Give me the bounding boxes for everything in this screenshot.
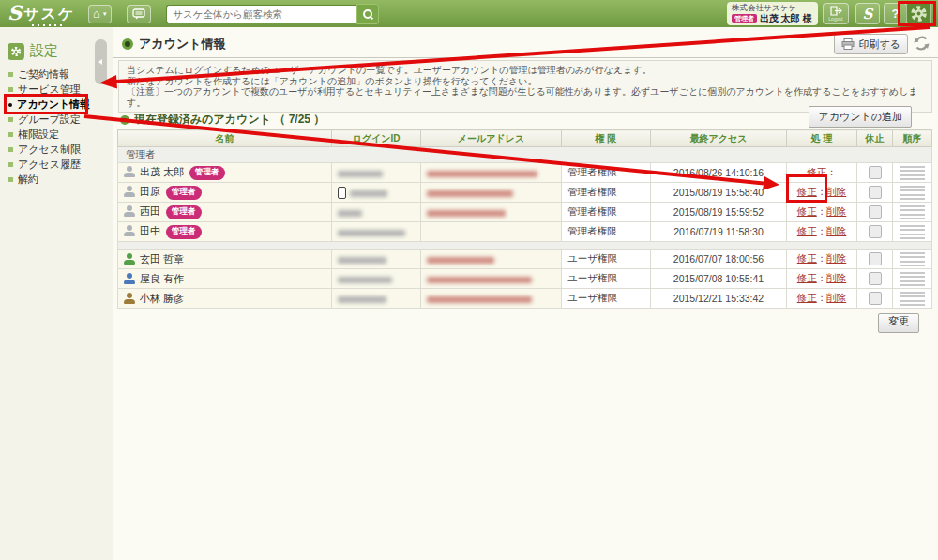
drag-handle-icon[interactable] [900, 252, 925, 266]
last-access: 2015/08/19 15:58:40 [651, 183, 787, 203]
sidebar-collapse-handle[interactable] [95, 39, 107, 84]
home-icon: ⌂ [93, 8, 100, 20]
person-icon [124, 293, 135, 304]
help-icon: ? [892, 7, 900, 21]
add-account-button[interactable]: アカウントの追加 [809, 106, 912, 128]
refresh-icon[interactable] [913, 35, 930, 52]
drag-handle-icon[interactable] [900, 166, 925, 180]
account-info-box: 株式会社サスケケ 管理者 出茂 太郎 様 [727, 2, 818, 25]
delete-link[interactable]: 削除 [826, 186, 846, 197]
mobile-phone-icon [338, 187, 346, 199]
search-input[interactable] [166, 5, 356, 23]
drag-handle-icon[interactable] [900, 272, 925, 286]
memo-button[interactable] [127, 5, 151, 23]
delete-link[interactable]: 削除 [826, 252, 846, 264]
col-suspend: 休止 [857, 130, 893, 147]
account-name: 小林 勝彦 [140, 293, 184, 304]
page-title: アカウント情報 [122, 36, 226, 53]
table-row: 田原管理者 管理者権限 2015/08/19 15:58:40 修正：削除 [118, 183, 932, 203]
delete-link[interactable]: 削除 [826, 225, 846, 236]
sidebar-item-permission[interactable]: 権限設定 [8, 129, 113, 140]
sidebar-item-group[interactable]: グループ設定 [8, 114, 113, 125]
drag-handle-icon[interactable] [900, 205, 925, 219]
sasuke-home-button[interactable]: S [855, 3, 880, 24]
last-access: 2015/08/19 15:59:52 [651, 203, 787, 222]
sasuke-icon: S [863, 6, 873, 23]
edit-link[interactable]: 修正 [797, 252, 817, 264]
edit-link[interactable]: 修正 [797, 272, 817, 283]
gear-icon [10, 46, 22, 57]
col-order: 順序 [893, 130, 932, 147]
logout-label: Logout [828, 16, 842, 22]
bullet-icon [8, 147, 13, 152]
edit-link[interactable]: 修正 [797, 225, 817, 236]
print-button[interactable]: 印刷する [834, 34, 908, 54]
search-button[interactable] [356, 4, 379, 24]
suspend-checkbox[interactable] [869, 225, 882, 238]
admin-badge: 管理者 [166, 186, 202, 200]
suspend-checkbox[interactable] [869, 205, 882, 219]
person-icon [124, 225, 135, 236]
col-name: 名前 [118, 130, 332, 147]
edit-link[interactable]: 修正 [797, 205, 817, 217]
permission: 管理者権限 [562, 203, 651, 222]
bullet-icon [8, 103, 12, 107]
role-badge: 管理者 [732, 14, 757, 23]
account-name: 田原 [140, 186, 160, 197]
sidebar-item-cancel[interactable]: 解約 [8, 174, 113, 185]
change-order-button[interactable]: 変更 [878, 313, 919, 333]
group-header-admin: 管理者 [118, 147, 932, 163]
settings-button[interactable] [906, 2, 931, 24]
redacted-email [427, 257, 494, 264]
person-icon [124, 166, 135, 177]
company-name: 株式会社サスケケ [732, 4, 813, 12]
last-access: 2015/12/21 15:33:42 [651, 289, 787, 309]
drag-handle-icon[interactable] [900, 225, 925, 239]
suspend-checkbox[interactable] [869, 252, 882, 265]
table-row: 小林 勝彦 ユーザ権限 2015/12/21 15:33:42 修正：削除 [118, 289, 932, 309]
accounts-table: 名前 ログインID メールアドレス 権 限 最終アクセス 処 理 休止 順序 管… [117, 129, 932, 309]
permission: ユーザ権限 [562, 250, 651, 269]
last-access: 2016/07/19 11:58:30 [651, 222, 787, 242]
chevron-down-icon: ▼ [102, 11, 108, 17]
table-row: 屋良 有作 ユーザ権限 2015/07/08 10:55:41 修正：削除 [118, 269, 932, 289]
bullet-icon [8, 117, 13, 122]
sidebar-item-service[interactable]: サービス管理 [8, 84, 113, 95]
suspend-checkbox[interactable] [869, 166, 882, 179]
last-access: 2016/08/26 14:10:16 [651, 163, 787, 183]
bullet-icon [8, 132, 13, 137]
settings-sidebar: 設定 ご契約情報 サービス管理 アカウント情報 グループ設定 権限設定 アクセス… [0, 27, 113, 560]
last-access: 2015/07/08 10:55:41 [651, 269, 787, 289]
suspend-checkbox[interactable] [869, 272, 882, 285]
account-settings-page: { "header": { "logo": "サスケ", "search_pla… [0, 0, 938, 560]
sidebar-item-access-restriction[interactable]: アクセス制限 [8, 144, 113, 155]
app-logo[interactable]: S サスケ [8, 4, 75, 24]
person-icon [124, 273, 135, 284]
gear-icon [910, 5, 928, 23]
redacted-login-id [350, 190, 387, 197]
suspend-checkbox[interactable] [869, 186, 882, 199]
table-row: 西田管理者 管理者権限 2015/08/19 15:59:52 修正：削除 [118, 203, 932, 222]
logo-text: サスケ [23, 4, 75, 24]
sidebar-item-account[interactable]: アカウント情報 [8, 99, 113, 110]
account-name: 出茂 太郎 [140, 166, 184, 177]
edit-link[interactable]: 修正 [797, 292, 817, 303]
print-icon [841, 38, 855, 50]
redacted-login-id [338, 257, 386, 264]
logout-button[interactable]: Logout [823, 3, 849, 24]
delete-link[interactable]: 削除 [826, 292, 846, 303]
delete-link[interactable]: 削除 [826, 205, 846, 217]
sidebar-item-access-history[interactable]: アクセス履歴 [8, 159, 113, 170]
drag-handle-icon[interactable] [900, 292, 925, 306]
drag-handle-icon[interactable] [900, 186, 925, 200]
help-button[interactable]: ? [884, 3, 907, 24]
delete-link[interactable]: 削除 [826, 272, 846, 283]
admin-badge: 管理者 [189, 166, 225, 180]
table-header-row: 名前 ログインID メールアドレス 権 限 最終アクセス 処 理 休止 順序 [118, 130, 932, 147]
edit-link[interactable]: 修正 [797, 186, 817, 197]
bullet-icon [8, 177, 13, 182]
home-button[interactable]: ⌂ ▼ [88, 5, 112, 23]
edit-link[interactable]: 修正 [807, 166, 826, 177]
search-icon [363, 9, 372, 19]
suspend-checkbox[interactable] [869, 292, 882, 305]
